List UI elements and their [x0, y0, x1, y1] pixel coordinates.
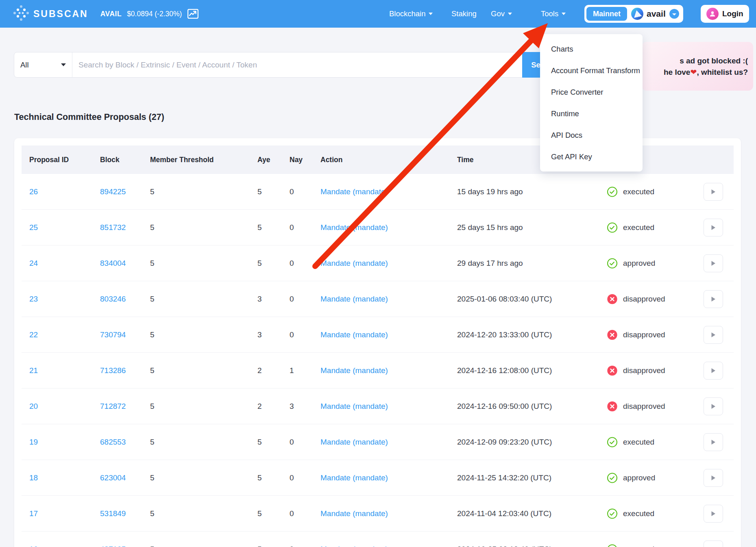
- status-label: executed: [623, 509, 654, 518]
- tools-menu-item-price-converter[interactable]: Price Converter: [540, 81, 643, 103]
- block-link[interactable]: 803246: [100, 295, 126, 304]
- status-badge: disapproved: [607, 365, 665, 376]
- mainnet-button[interactable]: Mainnet: [586, 7, 627, 21]
- table-row-proposal-17: 17531849550Mandate (mandate)2024-11-04 1…: [22, 495, 734, 531]
- nay-value: 0: [290, 330, 294, 339]
- expand-row-button[interactable]: [704, 290, 723, 308]
- action-link[interactable]: Mandate (mandate): [320, 259, 388, 268]
- member-threshold-value: 5: [150, 259, 155, 268]
- nay-value: 0: [290, 509, 294, 518]
- aye-value: 3: [257, 330, 262, 339]
- status-label: approved: [623, 259, 655, 268]
- action-link[interactable]: Mandate (mandate): [320, 402, 388, 411]
- proposal-id-link[interactable]: 25: [29, 223, 38, 232]
- aye-value: 5: [257, 223, 262, 232]
- block-link[interactable]: 713286: [100, 366, 126, 375]
- top-header: SUBSCAN AVAIL $0.0894 (-2.30%) Blockchai…: [0, 0, 756, 28]
- nav-tools[interactable]: Tools: [541, 0, 566, 28]
- proposal-id-link[interactable]: 22: [29, 330, 38, 339]
- expand-row-button[interactable]: [704, 540, 723, 547]
- login-label: Login: [722, 9, 743, 18]
- tools-menu-item-runtime[interactable]: Runtime: [540, 103, 643, 124]
- col-action: Action: [320, 156, 342, 164]
- block-link[interactable]: 851732: [100, 223, 126, 232]
- tools-menu-item-get-api-key[interactable]: Get API Key: [540, 146, 643, 167]
- ad-text: s ad got blocked :( he love❤, whitelist …: [664, 55, 748, 78]
- proposal-id-link[interactable]: 20: [29, 402, 38, 411]
- network-chevron-icon[interactable]: [669, 9, 679, 19]
- nay-value: 0: [290, 187, 294, 196]
- action-link[interactable]: Mandate (mandate): [320, 223, 388, 232]
- block-link[interactable]: 894225: [100, 187, 126, 196]
- status-badge: approved: [607, 258, 655, 269]
- proposal-id-link[interactable]: 17: [29, 509, 38, 518]
- status-label: executed: [623, 223, 654, 232]
- login-button[interactable]: Login: [701, 5, 749, 23]
- status-label: disapproved: [623, 366, 665, 375]
- expand-row-button[interactable]: [704, 326, 723, 344]
- action-link[interactable]: Mandate (mandate): [320, 366, 388, 375]
- tools-menu-item-account-format-transform[interactable]: Account Format Transform: [540, 60, 643, 81]
- action-link[interactable]: Mandate (mandate): [320, 438, 388, 447]
- status-badge: disapproved: [607, 329, 665, 340]
- tools-menu-item-api-docs[interactable]: API Docs: [540, 124, 643, 146]
- search-input[interactable]: [72, 52, 565, 77]
- col-aye: Aye: [257, 156, 270, 164]
- nay-value: 1: [290, 366, 294, 375]
- table-row-proposal-24: 24834004550Mandate (mandate)29 days 17 h…: [22, 245, 734, 281]
- expand-row-button[interactable]: [704, 505, 723, 523]
- expand-row-button[interactable]: [704, 219, 723, 237]
- network-name[interactable]: avail: [647, 9, 666, 19]
- action-link[interactable]: Mandate (mandate): [320, 187, 388, 196]
- block-link[interactable]: 623004: [100, 473, 126, 482]
- nav-staking[interactable]: Staking: [451, 0, 477, 28]
- block-link[interactable]: 730794: [100, 330, 126, 339]
- proposal-id-link[interactable]: 26: [29, 187, 38, 196]
- table-row-proposal-19: 19682553550Mandate (mandate)2024-12-09 0…: [22, 424, 734, 460]
- table-row-proposal-26: 26894225550Mandate (mandate)15 days 19 h…: [22, 174, 734, 209]
- action-link[interactable]: Mandate (mandate): [320, 295, 388, 304]
- chevron-down-icon: [562, 13, 566, 15]
- nav-gov[interactable]: Gov: [491, 0, 512, 28]
- table-row-proposal-18: 18623004550Mandate (mandate)2024-11-25 1…: [22, 460, 734, 495]
- proposal-id-link[interactable]: 24: [29, 259, 38, 268]
- expand-row-button[interactable]: [704, 362, 723, 380]
- table-row-proposal-21: 21713286521Mandate (mandate)2024-12-16 1…: [22, 352, 734, 388]
- subscan-logo[interactable]: [12, 4, 30, 24]
- action-link[interactable]: Mandate (mandate): [320, 509, 388, 518]
- block-link[interactable]: 531849: [100, 509, 126, 518]
- proposal-id-link[interactable]: 21: [29, 366, 38, 375]
- action-link[interactable]: Mandate (mandate): [320, 330, 388, 339]
- search-bar: All Search: [14, 52, 565, 78]
- price-chart-icon[interactable]: [187, 9, 198, 19]
- time-value: 2024-10-25 03:13:40 (UTC): [457, 545, 552, 547]
- time-value: 15 days 19 hrs ago: [457, 187, 523, 196]
- nav-blockchain[interactable]: Blockchain: [389, 0, 433, 28]
- proposal-id-link[interactable]: 19: [29, 438, 38, 447]
- time-value: 29 days 17 hrs ago: [457, 259, 523, 268]
- expand-row-button[interactable]: [704, 183, 723, 201]
- block-link[interactable]: 712872: [100, 402, 126, 411]
- expand-row-button[interactable]: [704, 433, 723, 451]
- member-threshold-value: 5: [150, 473, 155, 482]
- block-link[interactable]: 834004: [100, 259, 126, 268]
- check-circle-icon: [607, 258, 618, 269]
- member-threshold-value: 5: [150, 330, 155, 339]
- action-link[interactable]: Mandate (mandate): [320, 545, 388, 547]
- proposal-id-link[interactable]: 16: [29, 545, 38, 547]
- col-proposal-id: Proposal ID: [29, 156, 69, 164]
- member-threshold-value: 5: [150, 509, 155, 518]
- status-label: disapproved: [623, 330, 665, 339]
- col-time: Time: [457, 156, 474, 164]
- tools-menu-item-charts[interactable]: Charts: [540, 38, 643, 60]
- expand-row-button[interactable]: [704, 397, 723, 415]
- action-link[interactable]: Mandate (mandate): [320, 473, 388, 482]
- block-link[interactable]: 682553: [100, 438, 126, 447]
- block-link[interactable]: 487105: [100, 545, 126, 547]
- search-category-select[interactable]: All: [14, 52, 72, 77]
- proposal-id-link[interactable]: 18: [29, 473, 38, 482]
- expand-row-button[interactable]: [704, 254, 723, 272]
- time-value: 2024-12-16 09:50:00 (UTC): [457, 402, 552, 411]
- proposal-id-link[interactable]: 23: [29, 295, 38, 304]
- expand-row-button[interactable]: [704, 469, 723, 487]
